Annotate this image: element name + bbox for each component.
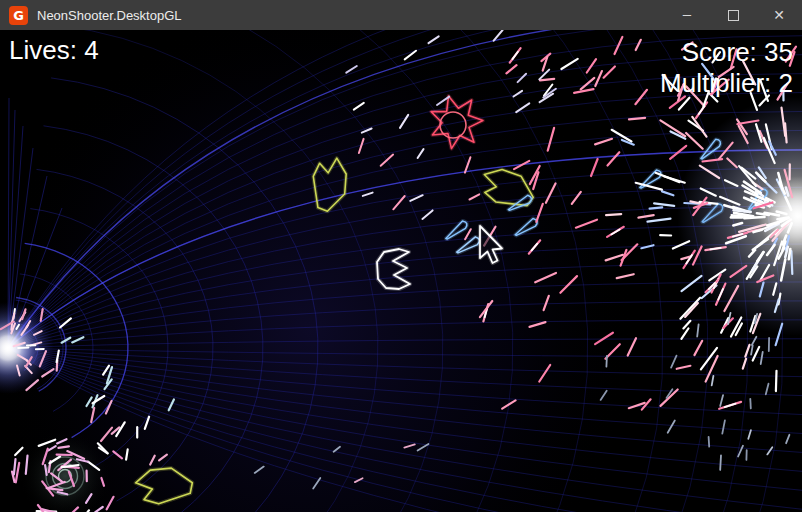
minimize-icon: –	[683, 5, 691, 22]
minimize-button[interactable]: –	[664, 0, 710, 30]
maximize-icon	[728, 10, 739, 21]
window-title: NeonShooter.DesktopGL	[37, 8, 664, 23]
maximize-button[interactable]	[710, 0, 756, 30]
title-bar: G NeonShooter.DesktopGL – ✕	[0, 0, 802, 30]
close-button[interactable]: ✕	[756, 0, 802, 30]
app-icon: G	[9, 6, 28, 25]
app-window: G NeonShooter.DesktopGL – ✕ Lives: 4 Sco…	[0, 0, 802, 512]
game-canvas[interactable]: Lives: 4 Score: 35 Multiplier: 2	[0, 30, 802, 512]
game-scene	[0, 30, 802, 512]
close-icon: ✕	[773, 7, 785, 23]
